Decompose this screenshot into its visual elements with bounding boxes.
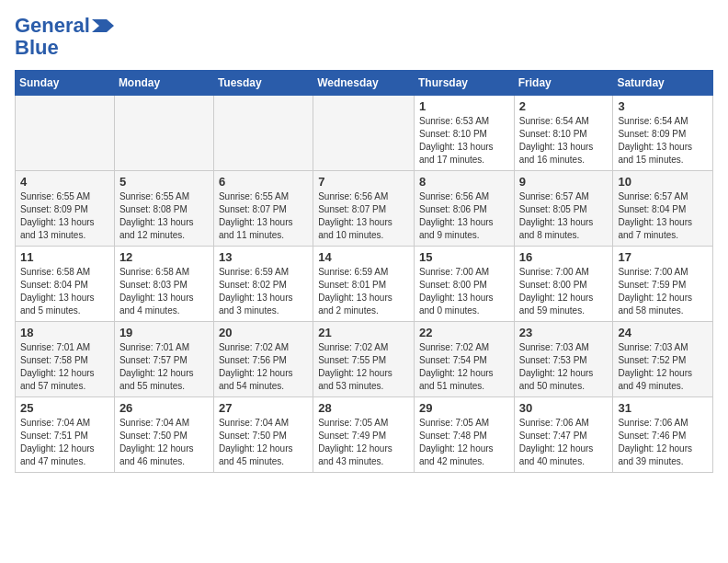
- calendar-cell: 15Sunrise: 7:00 AM Sunset: 8:00 PM Dayli…: [414, 247, 514, 322]
- weekday-header: Saturday: [613, 71, 713, 96]
- day-number: 6: [219, 175, 308, 189]
- day-number: 25: [20, 401, 109, 415]
- day-number: 9: [519, 175, 609, 189]
- day-number: 26: [119, 401, 209, 415]
- calendar-week-row: 4Sunrise: 6:55 AM Sunset: 8:09 PM Daylig…: [16, 171, 713, 247]
- calendar-cell: 30Sunrise: 7:06 AM Sunset: 7:47 PM Dayli…: [514, 397, 613, 473]
- calendar-cell: 9Sunrise: 6:57 AM Sunset: 8:05 PM Daylig…: [514, 171, 613, 247]
- calendar-cell: 1Sunrise: 6:53 AM Sunset: 8:10 PM Daylig…: [414, 96, 514, 171]
- day-number: 28: [318, 401, 409, 415]
- day-number: 8: [419, 175, 509, 189]
- day-info: Sunrise: 6:54 AM Sunset: 8:09 PM Dayligh…: [618, 115, 708, 167]
- day-info: Sunrise: 6:59 AM Sunset: 8:02 PM Dayligh…: [219, 266, 308, 317]
- day-info: Sunrise: 6:56 AM Sunset: 8:07 PM Dayligh…: [318, 190, 409, 242]
- day-info: Sunrise: 6:53 AM Sunset: 8:10 PM Dayligh…: [419, 115, 509, 167]
- calendar-cell: 27Sunrise: 7:04 AM Sunset: 7:50 PM Dayli…: [213, 397, 313, 473]
- day-info: Sunrise: 7:00 AM Sunset: 7:59 PM Dayligh…: [618, 266, 708, 317]
- day-number: 27: [219, 401, 308, 415]
- calendar-cell: [114, 96, 213, 171]
- day-info: Sunrise: 7:00 AM Sunset: 8:00 PM Dayligh…: [519, 266, 609, 317]
- calendar-cell: 3Sunrise: 6:54 AM Sunset: 8:09 PM Daylig…: [613, 96, 713, 171]
- weekday-header-row: SundayMondayTuesdayWednesdayThursdayFrid…: [16, 71, 713, 96]
- calendar-week-row: 1Sunrise: 6:53 AM Sunset: 8:10 PM Daylig…: [16, 96, 713, 171]
- calendar-cell: 11Sunrise: 6:58 AM Sunset: 8:04 PM Dayli…: [16, 247, 115, 322]
- day-number: 18: [20, 326, 109, 339]
- day-info: Sunrise: 7:02 AM Sunset: 7:56 PM Dayligh…: [219, 341, 308, 393]
- day-info: Sunrise: 7:00 AM Sunset: 8:00 PM Dayligh…: [419, 266, 509, 317]
- day-number: 30: [519, 401, 609, 415]
- day-number: 4: [20, 175, 109, 189]
- day-number: 5: [119, 175, 209, 189]
- day-info: Sunrise: 6:57 AM Sunset: 8:04 PM Dayligh…: [618, 190, 708, 242]
- day-number: 12: [119, 250, 209, 264]
- calendar-cell: 5Sunrise: 6:55 AM Sunset: 8:08 PM Daylig…: [114, 171, 213, 247]
- day-info: Sunrise: 7:04 AM Sunset: 7:50 PM Dayligh…: [119, 417, 209, 468]
- day-number: 19: [119, 326, 209, 339]
- day-number: 29: [419, 401, 509, 415]
- day-number: 20: [219, 326, 308, 339]
- day-number: 2: [519, 99, 609, 113]
- day-number: 15: [419, 250, 509, 264]
- weekday-header: Thursday: [414, 71, 514, 96]
- day-number: 21: [318, 326, 409, 339]
- calendar-cell: 12Sunrise: 6:58 AM Sunset: 8:03 PM Dayli…: [114, 247, 213, 322]
- day-info: Sunrise: 6:55 AM Sunset: 8:09 PM Dayligh…: [20, 190, 109, 242]
- day-info: Sunrise: 7:01 AM Sunset: 7:57 PM Dayligh…: [119, 341, 209, 393]
- day-number: 13: [219, 250, 308, 264]
- day-info: Sunrise: 6:56 AM Sunset: 8:06 PM Dayligh…: [419, 190, 509, 242]
- calendar-cell: 22Sunrise: 7:02 AM Sunset: 7:54 PM Dayli…: [414, 322, 514, 397]
- day-info: Sunrise: 6:57 AM Sunset: 8:05 PM Dayligh…: [519, 190, 609, 242]
- calendar-cell: 17Sunrise: 7:00 AM Sunset: 7:59 PM Dayli…: [613, 247, 713, 322]
- weekday-header: Friday: [514, 71, 613, 96]
- day-number: 1: [419, 99, 509, 113]
- calendar-cell: 4Sunrise: 6:55 AM Sunset: 8:09 PM Daylig…: [16, 171, 115, 247]
- day-info: Sunrise: 7:05 AM Sunset: 7:49 PM Dayligh…: [318, 417, 409, 468]
- day-info: Sunrise: 7:05 AM Sunset: 7:48 PM Dayligh…: [419, 417, 509, 468]
- calendar-cell: 19Sunrise: 7:01 AM Sunset: 7:57 PM Dayli…: [114, 322, 213, 397]
- calendar-cell: 13Sunrise: 6:59 AM Sunset: 8:02 PM Dayli…: [213, 247, 313, 322]
- calendar-cell: 29Sunrise: 7:05 AM Sunset: 7:48 PM Dayli…: [414, 397, 514, 473]
- calendar-cell: [313, 96, 415, 171]
- day-number: 31: [618, 401, 708, 415]
- calendar-cell: 20Sunrise: 7:02 AM Sunset: 7:56 PM Dayli…: [213, 322, 313, 397]
- calendar-cell: 23Sunrise: 7:03 AM Sunset: 7:53 PM Dayli…: [514, 322, 613, 397]
- weekday-header: Sunday: [16, 71, 115, 96]
- day-info: Sunrise: 6:55 AM Sunset: 8:07 PM Dayligh…: [219, 190, 308, 242]
- calendar-week-row: 25Sunrise: 7:04 AM Sunset: 7:51 PM Dayli…: [16, 397, 713, 473]
- calendar-cell: 26Sunrise: 7:04 AM Sunset: 7:50 PM Dayli…: [114, 397, 213, 473]
- logo-arrow-icon: [92, 19, 114, 32]
- calendar-week-row: 11Sunrise: 6:58 AM Sunset: 8:04 PM Dayli…: [16, 247, 713, 322]
- calendar-week-row: 18Sunrise: 7:01 AM Sunset: 7:58 PM Dayli…: [16, 322, 713, 397]
- calendar-cell: 7Sunrise: 6:56 AM Sunset: 8:07 PM Daylig…: [313, 171, 415, 247]
- day-number: 24: [618, 326, 708, 339]
- logo-blue-text: Blue: [15, 37, 59, 59]
- day-info: Sunrise: 7:03 AM Sunset: 7:52 PM Dayligh…: [618, 341, 708, 393]
- day-number: 3: [618, 99, 708, 113]
- day-info: Sunrise: 7:03 AM Sunset: 7:53 PM Dayligh…: [519, 341, 609, 393]
- day-info: Sunrise: 6:55 AM Sunset: 8:08 PM Dayligh…: [119, 190, 209, 242]
- calendar-cell: 31Sunrise: 7:06 AM Sunset: 7:46 PM Dayli…: [613, 397, 713, 473]
- calendar-cell: 6Sunrise: 6:55 AM Sunset: 8:07 PM Daylig…: [213, 171, 313, 247]
- weekday-header: Monday: [114, 71, 213, 96]
- calendar-cell: 24Sunrise: 7:03 AM Sunset: 7:52 PM Dayli…: [613, 322, 713, 397]
- day-info: Sunrise: 6:58 AM Sunset: 8:03 PM Dayligh…: [119, 266, 209, 317]
- calendar-cell: 2Sunrise: 6:54 AM Sunset: 8:10 PM Daylig…: [514, 96, 613, 171]
- day-info: Sunrise: 7:04 AM Sunset: 7:50 PM Dayligh…: [219, 417, 308, 468]
- day-info: Sunrise: 6:59 AM Sunset: 8:01 PM Dayligh…: [318, 266, 409, 317]
- calendar-cell: 10Sunrise: 6:57 AM Sunset: 8:04 PM Dayli…: [613, 171, 713, 247]
- day-number: 17: [618, 250, 708, 264]
- weekday-header: Tuesday: [213, 71, 313, 96]
- day-info: Sunrise: 7:02 AM Sunset: 7:54 PM Dayligh…: [419, 341, 509, 393]
- day-number: 16: [519, 250, 609, 264]
- calendar-table: SundayMondayTuesdayWednesdayThursdayFrid…: [15, 70, 713, 473]
- calendar-cell: 8Sunrise: 6:56 AM Sunset: 8:06 PM Daylig…: [414, 171, 514, 247]
- day-info: Sunrise: 7:02 AM Sunset: 7:55 PM Dayligh…: [318, 341, 409, 393]
- page-header: General Blue: [15, 15, 713, 59]
- day-number: 23: [519, 326, 609, 339]
- day-info: Sunrise: 7:01 AM Sunset: 7:58 PM Dayligh…: [20, 341, 109, 393]
- weekday-header: Wednesday: [313, 71, 415, 96]
- day-info: Sunrise: 7:04 AM Sunset: 7:51 PM Dayligh…: [20, 417, 109, 468]
- day-info: Sunrise: 6:58 AM Sunset: 8:04 PM Dayligh…: [20, 266, 109, 317]
- calendar-cell: 28Sunrise: 7:05 AM Sunset: 7:49 PM Dayli…: [313, 397, 415, 473]
- day-info: Sunrise: 6:54 AM Sunset: 8:10 PM Dayligh…: [519, 115, 609, 167]
